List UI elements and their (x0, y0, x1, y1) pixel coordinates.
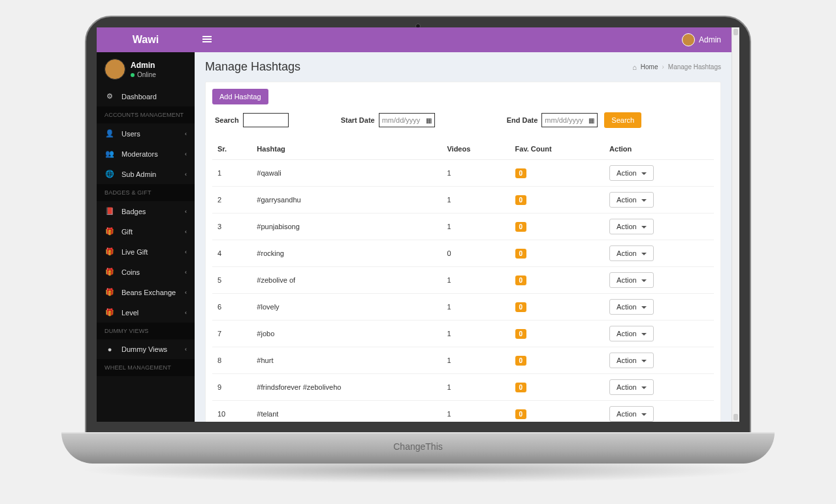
search-button[interactable]: Search (604, 112, 641, 128)
topbar: Wawi Admin (97, 27, 739, 52)
row-action-button[interactable]: Action (609, 192, 654, 208)
row-action-button[interactable]: Action (609, 406, 654, 422)
cell-action: Action (604, 187, 714, 213)
cell-fav: 0 (510, 267, 605, 294)
nav-label: Moderators (121, 150, 158, 158)
row-action-button[interactable]: Action (609, 165, 654, 181)
cell-action: Action (604, 374, 714, 401)
sidebar-toggle[interactable] (195, 35, 219, 44)
fav-count-badge: 0 (515, 409, 527, 419)
cell-fav: 0 (510, 240, 605, 267)
sidebar-item-gift[interactable]: 🎁Gift‹ (97, 221, 195, 242)
chevron-left-icon: ‹ (185, 346, 187, 353)
sidebar-item-users[interactable]: 👤Users‹ (97, 123, 195, 144)
start-date-input[interactable]: mm/dd/yyyy ▦ (379, 113, 435, 127)
cell-sr: 3 (212, 213, 251, 240)
table-header: Action (604, 138, 714, 160)
nav-header: ACCOUNTS MANAGEMENT (97, 106, 195, 123)
cell-fav: 0 (510, 294, 605, 321)
nav-icon: 👥 (104, 150, 115, 158)
brand-logo: Wawi (97, 34, 195, 46)
cell-videos: 1 (442, 294, 509, 321)
caret-down-icon (641, 333, 647, 336)
cell-videos: 1 (442, 321, 509, 347)
row-action-button[interactable]: Action (609, 299, 654, 315)
table-row: 10#telant10Action (212, 401, 714, 422)
sidebar-item-beans-exchange[interactable]: 🎁Beans Exchange‹ (97, 282, 195, 302)
caret-down-icon (641, 413, 647, 416)
sidebar-item-dummy-views[interactable]: ●Dummy Views‹ (97, 339, 195, 359)
row-action-button[interactable]: Action (609, 245, 654, 261)
sidebar-user-name: Admin (131, 61, 156, 70)
nav-icon: 📕 (104, 207, 115, 215)
cell-sr: 4 (212, 240, 251, 267)
row-action-button[interactable]: Action (609, 219, 654, 234)
fav-count-badge: 0 (515, 222, 527, 232)
row-action-button[interactable]: Action (609, 353, 654, 368)
cell-hashtag: #zebolive of (251, 267, 442, 294)
chevron-left-icon: ‹ (185, 269, 187, 276)
nav-label: Beans Exchange (121, 289, 176, 296)
content-box: Add Hashtag Search Start Date mm/dd/yyyy (205, 82, 721, 422)
sidebar-item-badges[interactable]: 📕Badges‹ (97, 201, 195, 221)
row-action-button[interactable]: Action (609, 379, 654, 395)
cell-sr: 9 (212, 374, 251, 401)
nav-label: Sub Admin (121, 170, 156, 178)
search-input[interactable] (243, 113, 289, 127)
cell-hashtag: #lovely (251, 294, 442, 321)
nav-icon: ● (104, 345, 115, 353)
cell-action: Action (604, 160, 714, 187)
nav-icon: 👤 (104, 129, 115, 138)
cell-sr: 10 (212, 401, 251, 422)
nav-label: Badges (121, 208, 146, 215)
cell-fav: 0 (510, 160, 605, 187)
fav-count-badge: 0 (515, 356, 527, 366)
vertical-scrollbar[interactable] (732, 27, 739, 422)
nav-icon: 🎁 (104, 288, 115, 296)
row-action-button[interactable]: Action (609, 326, 654, 341)
laptop-hinge-text: ChangeThis (393, 441, 443, 452)
sidebar-item-sub-admin[interactable]: 🌐Sub Admin‹ (97, 164, 195, 184)
cell-action: Action (604, 347, 714, 374)
sidebar-item-live-gift[interactable]: 🎁Live Gift‹ (97, 242, 195, 262)
calendar-icon: ▦ (588, 117, 594, 124)
end-date-input[interactable]: mm/dd/yyyy ▦ (541, 113, 598, 127)
nav-header: WHEEL MANAGEMENT (97, 359, 195, 376)
sidebar-item-coins[interactable]: 🎁Coins‹ (97, 262, 195, 282)
topbar-user-menu[interactable]: Admin (682, 33, 739, 46)
main-content: Manage Hashtags ⌂ Home › Manage Hashtags… (195, 52, 739, 422)
nav-label: Coins (121, 268, 140, 276)
caret-down-icon (641, 199, 647, 202)
fav-count-badge: 0 (515, 383, 527, 392)
sidebar-item-dashboard[interactable]: ⚙Dashboard (97, 86, 195, 106)
nav-icon: 🎁 (104, 247, 115, 256)
table-row: 8#hurt10Action (212, 347, 714, 374)
nav-label: Dummy Views (121, 345, 167, 353)
cell-action: Action (604, 294, 714, 321)
home-icon: ⌂ (632, 63, 637, 71)
cell-sr: 2 (212, 187, 251, 213)
cell-videos: 1 (442, 267, 509, 294)
table-header: Hashtag (251, 138, 442, 160)
chevron-left-icon: ‹ (185, 171, 187, 178)
calendar-icon: ▦ (426, 117, 432, 124)
cell-action: Action (604, 321, 714, 347)
sidebar-item-level[interactable]: 🎁Level‹ (97, 302, 195, 323)
nav-label: Level (121, 309, 138, 317)
cell-videos: 1 (442, 374, 509, 401)
table-row: 4#rocking00Action (212, 240, 714, 267)
cell-hashtag: #telant (251, 401, 442, 422)
sidebar-item-moderators[interactable]: 👥Moderators‹ (97, 144, 195, 164)
chevron-left-icon: ‹ (185, 131, 187, 137)
chevron-left-icon: ‹ (185, 208, 187, 215)
breadcrumb-home-link[interactable]: Home (641, 63, 658, 71)
chevron-left-icon: ‹ (185, 289, 187, 296)
table-row: 9#frindsforever #zeboliveho10Action (212, 374, 714, 401)
add-hashtag-button[interactable]: Add Hashtag (212, 89, 268, 104)
cell-hashtag: #jobo (251, 321, 442, 347)
cell-videos: 1 (442, 347, 509, 374)
cell-hashtag: #frindsforever #zeboliveho (251, 374, 442, 401)
page-title: Manage Hashtags (205, 60, 300, 74)
avatar-icon (682, 33, 695, 46)
row-action-button[interactable]: Action (609, 272, 654, 288)
